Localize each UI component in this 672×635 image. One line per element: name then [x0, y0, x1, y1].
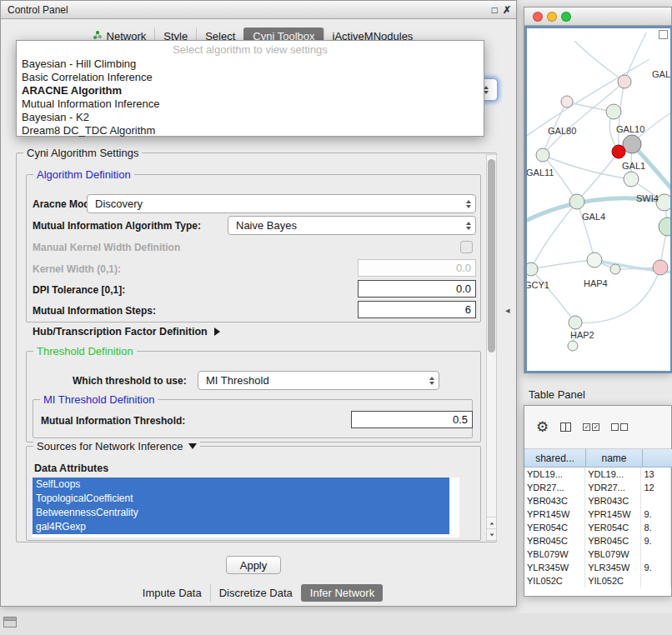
table-cell: YBR045C — [524, 534, 585, 548]
node-label: GAL4 — [582, 212, 605, 222]
table-row[interactable]: YDR27...YDR27...12 — [524, 481, 671, 494]
attribute-item[interactable]: SelfLoops — [33, 478, 449, 492]
sources-title[interactable]: Sources for Network Inference — [33, 440, 200, 452]
network-node[interactable] — [568, 341, 578, 351]
bottom-strip — [0, 613, 672, 635]
table-row[interactable]: YLR345WYLR345W9. — [524, 561, 671, 574]
algorithm-popup-list: Bayesian - Hill ClimbingBasic Correlatio… — [17, 58, 484, 138]
window-traffic-lights — [533, 12, 571, 22]
which-threshold-select[interactable]: MI Threshold — [198, 371, 439, 390]
table-row[interactable]: YIL052CYIL052C — [524, 574, 671, 588]
scroll-up-icon[interactable] — [487, 517, 496, 528]
algorithm-option[interactable]: Bayesian - K2 — [17, 111, 484, 124]
network-node[interactable] — [653, 260, 668, 275]
table-row[interactable]: YBR045CYBR045C9. — [524, 534, 671, 548]
table-cell: YBR045C — [585, 534, 641, 548]
apply-button[interactable]: Apply — [226, 556, 281, 574]
node-label: SWI4 — [636, 193, 659, 203]
node-label: GAL8 — [652, 69, 670, 79]
minimize-button[interactable] — [547, 12, 557, 22]
network-canvas[interactable]: GAL8GAL80GAL10GAL11GAL1SWI4GAL4GCY1HAP4H… — [524, 26, 672, 373]
algorithm-option[interactable]: Basic Correlation Inference — [17, 71, 484, 84]
tab-infer-network[interactable]: Infer Network — [301, 584, 383, 602]
column-header[interactable]: shared... — [524, 449, 586, 468]
checkbox-checked-icon: ✓ — [592, 423, 599, 431]
splitter-collapse-icon[interactable]: ◂ — [505, 305, 510, 316]
network-window-titlebar[interactable] — [524, 8, 671, 26]
kernel-width-field[interactable] — [358, 259, 476, 277]
network-node[interactable] — [587, 252, 602, 268]
algorithm-option[interactable]: ARACNE Algorithm — [17, 84, 484, 98]
network-node[interactable] — [624, 172, 639, 187]
settings-scrollbar[interactable] — [486, 154, 497, 541]
hub-definition-toggle[interactable]: Hub/Transcription Factor Definition — [33, 326, 220, 338]
network-node[interactable] — [536, 148, 549, 162]
attribute-item[interactable]: gal4RGexp — [33, 520, 449, 534]
network-node[interactable] — [569, 316, 582, 329]
table-cell: YDR27... — [585, 481, 641, 494]
node-label: HAP4 — [584, 278, 608, 288]
network-edges — [527, 32, 670, 346]
mi-steps-field[interactable] — [358, 301, 476, 318]
algorithm-option[interactable]: Dream8 DC_TDC Algorithm — [17, 124, 484, 138]
table-row[interactable]: YBL079WYBL079W — [524, 548, 671, 561]
table-panel-window: ⚙ ✓ ✓ shared...name YDL19...YDL19...13YD… — [524, 405, 672, 597]
columns-icon[interactable] — [560, 422, 571, 432]
network-node[interactable] — [612, 145, 625, 158]
algorithm-option[interactable]: Mutual Information Inference — [17, 98, 484, 111]
attribute-item[interactable]: BetweennessCentrality — [33, 506, 449, 520]
column-header[interactable]: name — [586, 449, 643, 468]
algorithm-option[interactable]: Bayesian - Hill Climbing — [17, 58, 484, 71]
birdseye-toggle[interactable] — [659, 30, 668, 39]
table-cell: YIL052C — [585, 574, 641, 588]
network-node[interactable] — [606, 104, 621, 119]
hide-columns-icon[interactable] — [611, 423, 628, 431]
network-node[interactable] — [527, 262, 538, 276]
dpi-tolerance-field[interactable] — [358, 280, 476, 298]
node-label: HAP2 — [570, 330, 594, 340]
checkbox-empty-icon — [620, 423, 628, 431]
network-node[interactable] — [659, 218, 670, 236]
gear-icon[interactable]: ⚙ — [536, 418, 549, 436]
minimized-panel-icon[interactable] — [3, 617, 17, 628]
column-header[interactable] — [643, 449, 672, 468]
network-node[interactable] — [561, 96, 573, 108]
checkbox-empty-icon — [611, 423, 619, 431]
table-cell — [641, 574, 671, 588]
table-cell: YPR145W — [524, 508, 585, 521]
table-row[interactable]: YPR145WYPR145W9. — [524, 508, 671, 521]
node-label: GAL10 — [616, 124, 644, 134]
scroll-down-icon[interactable] — [487, 528, 496, 540]
mi-type-select[interactable]: Naive Bayes — [228, 216, 476, 235]
close-window-icon[interactable]: ✗ — [503, 4, 511, 16]
table-row[interactable]: YDL19...YDL19...13 — [524, 468, 671, 481]
checkbox-checked-icon: ✓ — [583, 423, 590, 431]
which-threshold-value: MI Threshold — [206, 374, 269, 387]
attribute-item[interactable]: TopologicalCoefficient — [33, 492, 449, 506]
network-node[interactable] — [569, 194, 584, 209]
tab-discretize-data[interactable]: Discretize Data — [210, 584, 301, 602]
float-window-icon[interactable]: □ — [492, 4, 498, 16]
zoom-button[interactable] — [561, 12, 571, 22]
table-row[interactable]: YER054CYER054C8. — [524, 521, 671, 534]
mi-threshold-title: MI Threshold Definition — [40, 393, 158, 406]
table-body: YDL19...YDL19...13YDR27...YDR27...12YBR0… — [524, 468, 671, 596]
close-button[interactable] — [533, 12, 543, 22]
table-cell: YDL19... — [585, 468, 641, 481]
stepper-icon — [462, 200, 475, 208]
tab-impute-data[interactable]: Impute Data — [134, 584, 210, 602]
settings-scrollbar-thumb[interactable] — [488, 159, 495, 352]
show-selected-columns-icon[interactable]: ✓ ✓ — [583, 423, 599, 431]
sources-title-label: Sources for Network Inference — [37, 440, 183, 452]
table-cell: 8. — [641, 521, 671, 534]
aracne-mode-select[interactable]: Discovery — [87, 194, 476, 213]
table-cell: 13 — [641, 468, 671, 481]
mi-threshold-field[interactable] — [351, 411, 473, 428]
table-row[interactable]: YBR043CYBR043C — [524, 494, 671, 508]
control-panel-titlebar[interactable]: Control Panel □ ✗ — [1, 1, 516, 19]
disclosure-right-icon — [214, 328, 220, 336]
network-node[interactable] — [610, 264, 620, 274]
node-label: GAL80 — [548, 126, 576, 136]
manual-kernel-checkbox[interactable] — [460, 241, 473, 253]
network-node[interactable] — [618, 75, 631, 88]
